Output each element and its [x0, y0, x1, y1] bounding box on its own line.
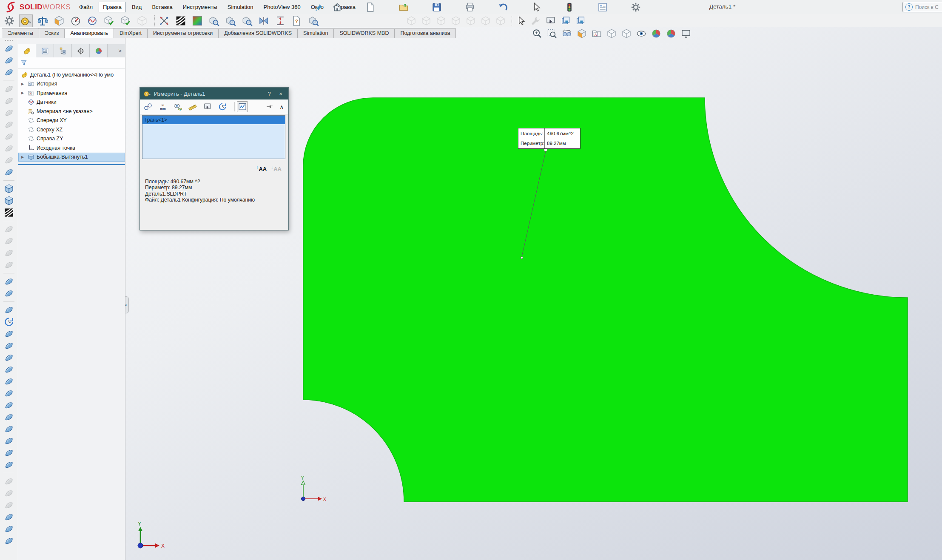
convert-to-sheet-metal-button[interactable] [3, 54, 15, 66]
diagnostics-button[interactable] [135, 14, 149, 28]
swept-surface-button[interactable] [3, 304, 15, 316]
selection-face-1[interactable]: Грань<1> [142, 116, 285, 124]
menu-file[interactable]: Файл [75, 2, 97, 12]
display-style-button[interactable] [620, 27, 633, 40]
arc-measurements-button[interactable] [142, 101, 154, 112]
tree-item-sensors[interactable]: ▶ Датчики [18, 98, 125, 107]
measurement-callout[interactable]: Площадь: 490.67мм^2 Периметр: 89.27мм [518, 128, 581, 149]
toolbar-grip[interactable] [5, 40, 13, 41]
hem-button[interactable] [3, 107, 15, 119]
planar-surface-button[interactable] [3, 375, 15, 387]
lofted-surface-button[interactable] [3, 328, 15, 340]
print-button[interactable] [464, 1, 476, 14]
base-flange-button[interactable] [3, 43, 15, 54]
curvature-button[interactable] [191, 14, 204, 28]
rip-button[interactable] [3, 259, 15, 271]
configurationmanager-tab[interactable] [54, 44, 72, 57]
fold-button[interactable] [3, 235, 15, 247]
view-cube-3[interactable] [435, 14, 447, 27]
pin-menu-icon[interactable] [314, 3, 324, 13]
displaymanager-tab[interactable] [90, 44, 108, 57]
tree-item-annotations[interactable]: ▶ Примечания [18, 88, 125, 98]
view-cube-2[interactable] [420, 14, 433, 27]
deviation-analysis-button[interactable] [157, 14, 171, 28]
delete-face-button[interactable] [3, 423, 15, 435]
cross-break-button[interactable] [3, 142, 15, 154]
knit-surface-button[interactable] [3, 447, 15, 459]
point-to-point-button[interactable] [187, 101, 198, 112]
undo-button[interactable] [497, 1, 509, 14]
edit-appearance-button[interactable] [650, 27, 663, 40]
tab-and-slot-button[interactable] [3, 287, 15, 299]
create-sensor-button[interactable] [237, 101, 248, 112]
tab-solidworks-addins[interactable]: Добавления SOLIDWORKS [218, 28, 298, 38]
save-button[interactable] [430, 1, 443, 14]
home-button[interactable] [331, 1, 344, 14]
tree-splitter[interactable] [18, 164, 125, 165]
view-cube-1[interactable] [405, 14, 418, 27]
tree-item-boss-extrude[interactable]: ▶ Бобышка-Вытянуть1 [18, 153, 125, 162]
section-properties-button[interactable] [52, 14, 66, 28]
tab-dimxpert[interactable]: DimXpert [114, 28, 148, 38]
view-cube-6[interactable] [479, 14, 492, 27]
tree-item-material[interactable]: ▶ Материал <не указан> [18, 107, 125, 116]
mass-properties-button[interactable] [36, 14, 49, 28]
measure-button[interactable] [19, 14, 33, 28]
tab-render-tools[interactable]: Инструменты отрисовки [147, 28, 219, 38]
fillet-surface-button[interactable] [3, 511, 15, 523]
select-button[interactable] [530, 1, 543, 14]
filled-surface-button[interactable] [3, 352, 15, 364]
copy-settings-button[interactable] [559, 14, 572, 27]
apply-scene-button[interactable] [665, 27, 677, 40]
view-cube-4[interactable] [450, 14, 462, 27]
ruled-surface-button[interactable] [3, 399, 15, 411]
check-active-document-button[interactable] [307, 14, 320, 28]
search-input[interactable]: ? Поиск в С [902, 2, 942, 12]
part-face[interactable] [303, 98, 908, 502]
surface-flange-button[interactable] [3, 411, 15, 423]
trim-surface-button[interactable] [3, 487, 15, 499]
zebra-stripes-button[interactable] [174, 14, 188, 28]
miter-flange-button[interactable] [3, 95, 15, 107]
collapse-dialog-button[interactable]: ∧ [278, 102, 285, 111]
share-screen-button[interactable] [544, 14, 557, 27]
annotation-view-button[interactable] [590, 27, 603, 40]
sketched-bend-button[interactable] [3, 131, 15, 142]
vent-button[interactable] [3, 207, 15, 219]
geometry-check-button[interactable] [119, 14, 132, 28]
corner-button[interactable] [3, 154, 15, 166]
tab-features[interactable]: Элементы [2, 28, 39, 38]
menu-view[interactable]: Вид [128, 2, 146, 12]
sketch-picker-button[interactable] [515, 14, 527, 27]
menu-photoview[interactable]: PhotoView 360 [259, 2, 305, 12]
lofted-bend-button[interactable] [3, 66, 15, 78]
design-study-button[interactable] [3, 14, 16, 28]
tree-item-part[interactable]: ▶ Деталь1 (По умолчанию<<По умо [18, 70, 125, 80]
view-settings-button[interactable] [680, 27, 692, 40]
show-xyz-measurements-button[interactable] [172, 101, 183, 112]
units-precision-button[interactable] [157, 101, 168, 112]
dimxpertmanager-tab[interactable] [72, 44, 90, 57]
graphics-viewport[interactable]: Y X Y X Площадь [0, 27, 942, 560]
thickness-analysis-button[interactable] [273, 14, 287, 28]
selection-listbox[interactable]: Грань<1> [142, 115, 285, 159]
zoom-area-button[interactable] [546, 27, 558, 40]
expand-arrow-icon[interactable]: ▶ [21, 82, 28, 86]
check-button[interactable] [102, 14, 116, 28]
new-document-button[interactable] [364, 1, 377, 14]
paste-settings-button[interactable] [574, 14, 587, 27]
untrim-surface-button[interactable] [3, 499, 15, 511]
menu-edit[interactable]: Правка [99, 2, 126, 12]
parting-line-analysis-button[interactable] [240, 14, 254, 28]
panel-tabs-overflow-button[interactable]: > [116, 44, 124, 57]
forming-tool-button[interactable] [3, 166, 15, 178]
tree-item-origin[interactable]: ▶ Исходная точка [18, 143, 125, 153]
extruded-cut-button[interactable] [3, 183, 15, 195]
tab-simulation[interactable]: Simulation [297, 28, 334, 38]
hide-show-items-button[interactable] [635, 27, 648, 40]
options-button[interactable] [629, 1, 642, 14]
dialog-help-button[interactable]: ? [265, 91, 273, 97]
wrench-tool-button[interactable] [529, 14, 542, 27]
performance-evaluation-button[interactable] [69, 14, 83, 28]
increase-font-button[interactable]: АA [256, 165, 267, 172]
